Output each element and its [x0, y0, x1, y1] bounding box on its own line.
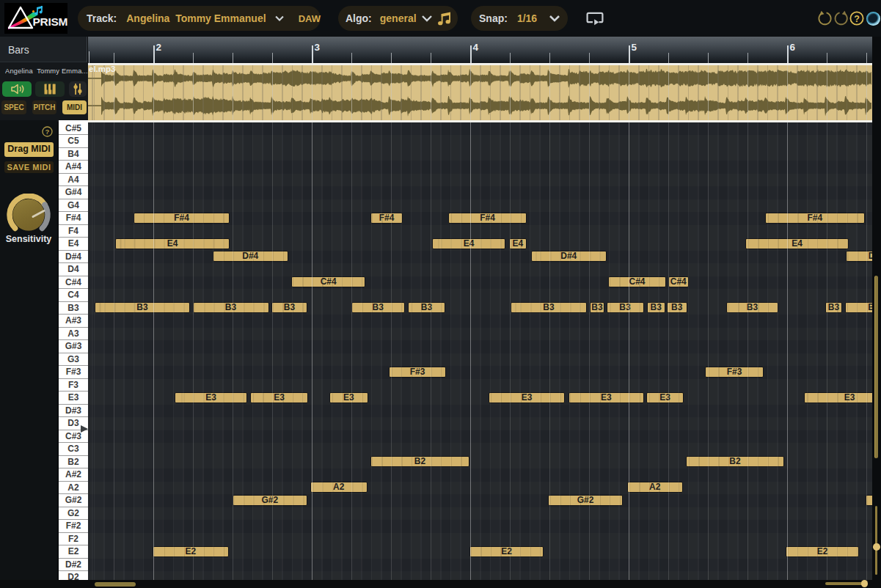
svg-text:PRISM: PRISM: [33, 15, 68, 28]
svg-text:?: ?: [45, 128, 50, 136]
svg-text:?: ?: [854, 14, 860, 24]
